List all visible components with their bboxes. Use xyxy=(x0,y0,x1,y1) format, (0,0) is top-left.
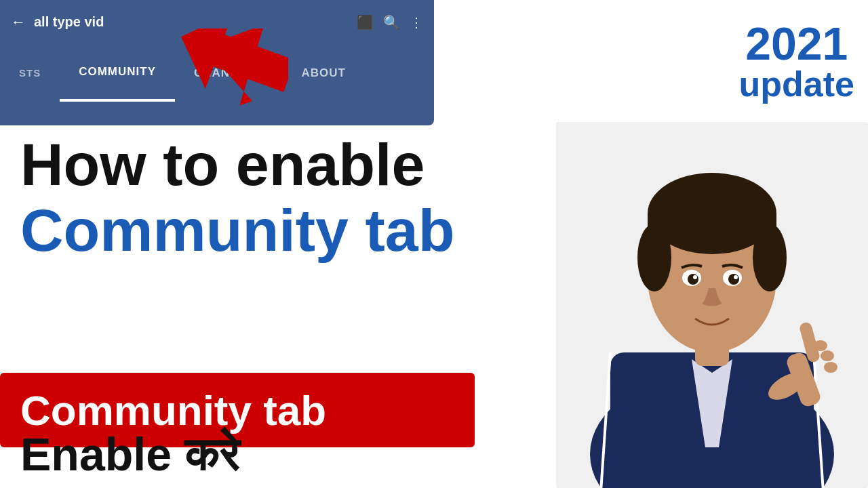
update-year: 2021 xyxy=(739,20,854,66)
search-icon: 🔍 xyxy=(383,14,400,30)
svg-point-12 xyxy=(637,224,671,291)
person-area xyxy=(556,122,868,488)
arrow-decoration xyxy=(173,28,288,113)
enable-label: Enable करे xyxy=(20,428,239,480)
heading-line2: Community tab xyxy=(20,198,454,264)
svg-point-18 xyxy=(693,275,697,279)
channel-title: all type vid xyxy=(34,14,349,30)
left-content: ← all type vid ⬛ 🔍 ⋮ STS COMMUNITY xyxy=(0,0,556,488)
update-badge: 2021 update xyxy=(739,20,854,102)
more-icon: ⋮ xyxy=(410,14,423,30)
svg-marker-1 xyxy=(173,28,288,110)
svg-point-17 xyxy=(728,274,739,285)
bar-icons: ⬛ 🔍 ⋮ xyxy=(357,14,423,30)
right-content: 2021 update xyxy=(556,0,868,488)
main-heading: How to enable Community tab xyxy=(20,132,454,264)
heading-line1: How to enable xyxy=(20,132,454,198)
tab-community[interactable]: COMMUNITY xyxy=(60,44,175,102)
svg-point-13 xyxy=(753,224,787,291)
back-icon: ← xyxy=(11,14,26,31)
enable-hindi-text: Enable करे xyxy=(20,428,239,483)
svg-point-16 xyxy=(688,274,698,285)
thumbnail: ← all type vid ⬛ 🔍 ⋮ STS COMMUNITY xyxy=(0,0,868,488)
person-illustration xyxy=(556,122,868,488)
tab-about[interactable]: ABOUT xyxy=(282,44,364,102)
tab-sts[interactable]: STS xyxy=(0,44,60,102)
update-label: update xyxy=(739,66,854,102)
svg-point-23 xyxy=(814,340,827,351)
cast-icon: ⬛ xyxy=(357,14,374,30)
svg-point-25 xyxy=(824,362,837,373)
banner-text: Community tab xyxy=(20,386,326,434)
svg-point-19 xyxy=(734,275,738,279)
svg-point-24 xyxy=(821,350,834,361)
